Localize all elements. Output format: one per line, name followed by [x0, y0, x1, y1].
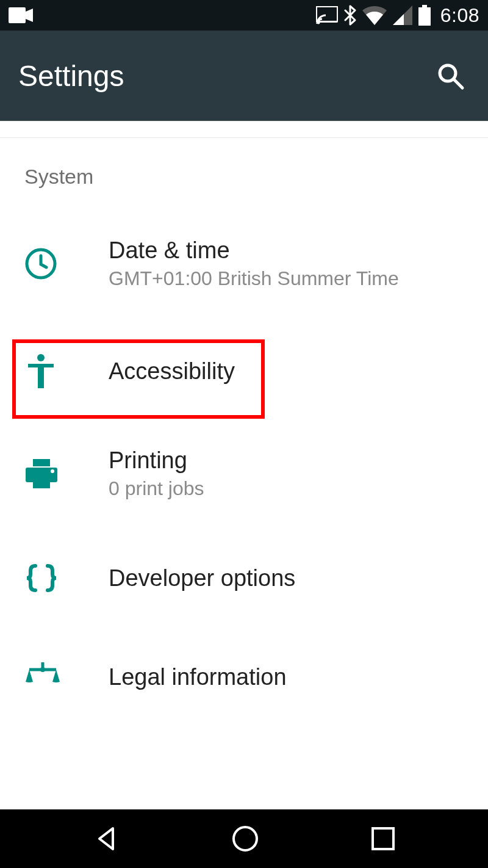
section-header-system: System	[0, 154, 488, 203]
svg-rect-19	[373, 828, 393, 849]
svg-point-8	[37, 354, 45, 361]
item-title: Developer options	[109, 565, 295, 591]
status-bar-right: 6:08	[316, 4, 479, 27]
search-button[interactable]	[431, 56, 470, 95]
svg-rect-0	[9, 7, 26, 23]
item-subtitle: 0 print jobs	[109, 477, 204, 500]
signal-icon	[393, 5, 412, 25]
printer-icon	[24, 458, 59, 490]
item-legal-information[interactable]: Legal information	[0, 627, 488, 727]
item-subtitle: GMT+01:00 British Summer Time	[109, 267, 399, 290]
camera-icon	[9, 7, 33, 23]
back-icon	[92, 825, 120, 853]
item-title: Legal information	[109, 664, 287, 690]
home-button[interactable]	[213, 819, 278, 859]
recent-apps-icon	[370, 826, 396, 852]
scales-icon	[24, 661, 61, 693]
battery-icon	[418, 5, 431, 26]
item-accessibility[interactable]: Accessibility	[0, 324, 488, 418]
navigation-bar	[0, 809, 488, 868]
search-icon	[436, 61, 465, 90]
app-bar: Settings	[0, 31, 488, 121]
accessibility-icon	[24, 353, 57, 389]
svg-point-18	[234, 827, 257, 850]
cast-icon	[316, 6, 338, 24]
braces-icon	[24, 563, 59, 593]
bluetooth-icon	[344, 5, 356, 26]
wifi-icon	[362, 5, 387, 25]
svg-point-2	[317, 21, 320, 24]
item-printing[interactable]: Printing 0 print jobs	[0, 418, 488, 529]
svg-rect-3	[422, 5, 427, 7]
clock-text: 6:08	[440, 4, 479, 27]
svg-rect-13	[33, 479, 50, 488]
svg-rect-11	[33, 459, 50, 466]
recent-apps-button[interactable]	[352, 820, 414, 858]
item-title: Accessibility	[109, 358, 235, 385]
svg-rect-4	[418, 7, 431, 26]
item-title: Printing	[109, 447, 204, 474]
settings-list: System Date & time GMT+01:00 British Sum…	[0, 121, 488, 809]
svg-line-6	[454, 79, 462, 88]
page-title: Settings	[18, 59, 124, 93]
back-button[interactable]	[74, 819, 138, 859]
status-bar-left	[9, 7, 33, 23]
clock-icon	[24, 247, 57, 280]
status-bar: 6:08	[0, 0, 488, 31]
home-icon	[231, 825, 259, 853]
item-developer-options[interactable]: Developer options	[0, 529, 488, 627]
item-date-time[interactable]: Date & time GMT+01:00 British Summer Tim…	[0, 203, 488, 324]
section-divider	[0, 137, 488, 138]
svg-rect-10	[38, 364, 44, 388]
item-title: Date & time	[109, 237, 399, 264]
svg-point-17	[40, 667, 45, 672]
svg-point-14	[51, 469, 54, 473]
